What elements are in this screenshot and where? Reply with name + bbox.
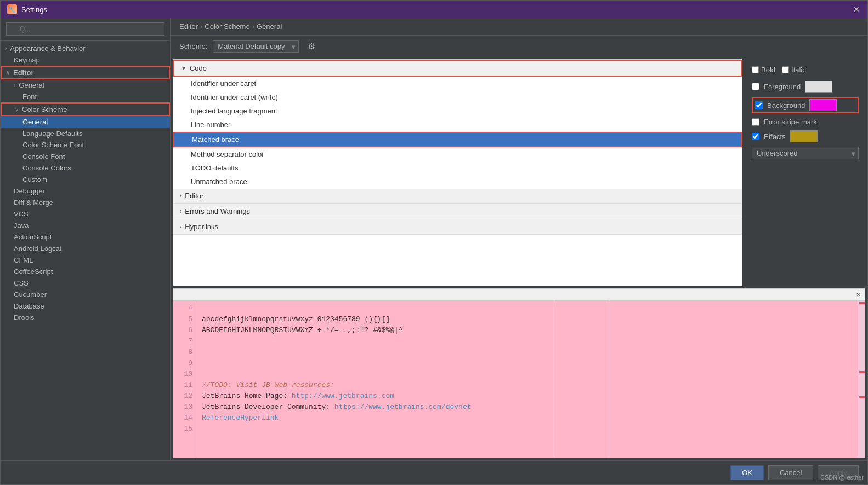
bold-italic-row: Bold Italic — [752, 66, 859, 74]
sidebar-item-java[interactable]: Java — [1, 220, 170, 231]
list-item-matched-brace[interactable]: Matched brace — [173, 132, 742, 147]
sidebar-item-label: Console Colors — [22, 164, 71, 172]
sidebar-item-actionscript[interactable]: ActionScript — [1, 231, 170, 243]
bold-checkbox[interactable] — [752, 66, 759, 73]
url-span2: https://www.jetbrains.com/devnet — [334, 403, 472, 411]
sidebar-item-custom[interactable]: Custom — [1, 174, 170, 185]
sidebar-item-general[interactable]: › General — [1, 79, 170, 91]
sidebar-item-label: Console Font — [22, 152, 65, 161]
bottom-bar: OK Cancel Apply — [1, 460, 867, 484]
search-input[interactable] — [6, 22, 164, 36]
errors-section-header[interactable]: › Errors and Warnings — [173, 204, 742, 219]
sidebar-item-label: Editor — [13, 69, 34, 77]
effects-swatch[interactable] — [790, 130, 818, 142]
section-expand-icon: ▼ — [181, 65, 186, 71]
sidebar-item-cfml[interactable]: CFML — [1, 254, 170, 266]
list-item-identifier-caret[interactable]: Identifier under caret — [173, 77, 742, 90]
split-panel: ▼ Code Identifier under caret Identifier… — [171, 57, 867, 288]
code-line-6: ABCDEFGHIJKLMNOPQRSTUVWXYZ +-*/= .,;:!? … — [202, 325, 853, 336]
sidebar-item-android-logcat[interactable]: Android Logcat — [1, 243, 170, 254]
sidebar-item-color-scheme[interactable]: ∨ Color Scheme — [1, 102, 170, 116]
hyperlinks-section-header[interactable]: › Hyperlinks — [173, 219, 742, 235]
search-bar: 🔍 — [1, 18, 170, 41]
code-section-header[interactable]: ▼ Code — [173, 60, 742, 77]
editor-section-title: Editor — [185, 192, 203, 200]
errors-section-title: Errors and Warnings — [185, 207, 250, 215]
close-button[interactable]: ✕ — [852, 5, 861, 14]
error-stripe-row: Error stripe mark — [752, 118, 859, 126]
breadcrumb-general: General — [257, 22, 282, 31]
sidebar-item-font[interactable]: Font — [1, 91, 170, 102]
code-line-12: JetBrains Home Page: http://www.jetbrain… — [202, 391, 853, 402]
error-stripe-label: Error stripe mark — [764, 118, 817, 126]
scheme-select-wrapper: Material Default copy Default Darcula — [213, 40, 299, 53]
sidebar-item-label: Debugger — [14, 187, 45, 195]
code-line-10 — [202, 369, 853, 380]
sidebar-tree: › Appearance & Behavior Keymap ∨ Editor … — [1, 41, 170, 460]
search-wrapper: 🔍 — [6, 22, 164, 36]
line-num-14: 14 — [175, 413, 192, 424]
sidebar-item-debugger[interactable]: Debugger — [1, 185, 170, 197]
list-item-identifier-caret-write[interactable]: Identifier under caret (write) — [173, 90, 742, 104]
background-label: Background — [767, 101, 805, 110]
preview-scrollbar[interactable] — [858, 301, 865, 458]
sidebar-item-diff-merge[interactable]: Diff & Merge — [1, 197, 170, 208]
right-panel-inner: Bold Italic Foreground — [752, 66, 859, 159]
background-checkbox[interactable] — [755, 101, 763, 109]
list-item-line-number[interactable]: Line number — [173, 118, 742, 132]
scroll-mark-3 — [859, 396, 865, 398]
section-expand-icon: › — [180, 193, 181, 199]
sidebar-item-label: Color Scheme — [22, 105, 67, 113]
foreground-swatch[interactable] — [805, 81, 832, 93]
line-num-9: 9 — [175, 358, 192, 369]
error-stripe-checkbox[interactable] — [752, 118, 759, 126]
foreground-checkbox[interactable] — [752, 83, 759, 90]
effects-checkbox[interactable] — [752, 133, 759, 140]
sidebar-item-editor[interactable]: ∨ Editor — [1, 66, 170, 79]
sidebar-item-console-colors[interactable]: Console Colors — [1, 162, 170, 174]
sidebar-item-css[interactable]: CSS — [1, 277, 170, 289]
sidebar-item-console-font[interactable]: Console Font — [1, 151, 170, 162]
title-bar: 🔧 Settings ✕ — [1, 1, 867, 18]
code-line-4 — [202, 303, 853, 314]
sidebar-item-drools[interactable]: Drools — [1, 312, 170, 323]
line-num-10: 10 — [175, 369, 192, 380]
sidebar-item-cucumber[interactable]: Cucumber — [1, 289, 170, 300]
sidebar-item-appearance[interactable]: › Appearance & Behavior — [1, 43, 170, 54]
arrow-icon: › — [14, 82, 15, 88]
bold-item: Bold — [752, 66, 775, 74]
ok-button[interactable]: OK — [730, 465, 764, 480]
sidebar-item-keymap[interactable]: Keymap — [1, 54, 170, 66]
scheme-select[interactable]: Material Default copy Default Darcula — [213, 40, 299, 53]
line-num-13: 13 — [175, 402, 192, 413]
effects-dropdown[interactable]: Underscored Underwave Bordered Box — [752, 147, 859, 159]
background-row: Background — [752, 97, 859, 113]
line-num-12: 12 — [175, 391, 192, 402]
sidebar-item-database[interactable]: Database — [1, 300, 170, 312]
italic-checkbox[interactable] — [782, 66, 789, 73]
sidebar-item-label: Diff & Merge — [14, 198, 53, 207]
sidebar-item-coffeescript[interactable]: CoffeeScript — [1, 266, 170, 277]
sidebar-item-language-defaults[interactable]: Language Defaults — [1, 128, 170, 139]
foreground-row: Foreground — [752, 81, 859, 93]
list-item-injected-language[interactable]: Injected language fragment — [173, 104, 742, 118]
cancel-button[interactable]: Cancel — [768, 465, 813, 480]
background-swatch[interactable] — [809, 99, 837, 111]
editor-section: › Editor — [173, 189, 742, 204]
sidebar-item-label: Cucumber — [14, 290, 47, 299]
editor-section-header[interactable]: › Editor — [173, 189, 742, 204]
gear-button[interactable]: ⚙ — [304, 40, 319, 53]
list-item-todo-defaults[interactable]: TODO defaults — [173, 161, 742, 175]
sidebar-item-vcs[interactable]: VCS — [1, 208, 170, 220]
line-num-6: 6 — [175, 325, 192, 336]
sidebar-item-label: CSS — [14, 279, 29, 287]
preview-close-button[interactable]: ✕ — [856, 290, 861, 299]
sidebar-item-label: Color Scheme Font — [22, 141, 84, 149]
watermark: CSDN @ esther — [820, 474, 864, 481]
app-icon: 🔧 — [7, 4, 17, 14]
list-item-method-separator[interactable]: Method separator color — [173, 147, 742, 161]
content-area: Editor › Color Scheme › General Scheme: … — [171, 18, 867, 460]
list-item-unmatched-brace[interactable]: Unmatched brace — [173, 175, 742, 189]
sidebar-item-color-scheme-font[interactable]: Color Scheme Font — [1, 139, 170, 151]
sidebar-item-general-sub[interactable]: General — [1, 116, 170, 128]
